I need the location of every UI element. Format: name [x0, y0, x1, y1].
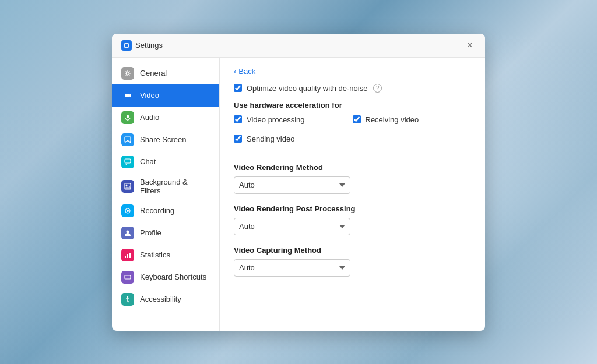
- receiving-video-checkbox[interactable]: [353, 115, 361, 123]
- dialog-body: GeneralVideoAudioShare ScreenChatBackgro…: [112, 58, 485, 331]
- app-icon: [121, 40, 132, 51]
- video-rendering-post-label: Video Rendering Post Processing: [234, 204, 471, 213]
- svg-point-12: [127, 210, 129, 212]
- video-capturing-method-label: Video Capturing Method: [234, 246, 471, 255]
- profile-icon: [121, 227, 134, 239]
- sidebar-item-chat[interactable]: Chat: [112, 151, 219, 173]
- sending-video-checkbox[interactable]: [234, 135, 242, 143]
- sidebar-item-label: Audio: [140, 113, 159, 122]
- svg-rect-18: [126, 277, 127, 277]
- sidebar-item-label: Chat: [140, 157, 156, 166]
- sidebar-item-accessibility[interactable]: Accessibility: [112, 288, 219, 310]
- video-rendering-method-section: Video Rendering Method Auto Direct3D 11 …: [234, 163, 471, 194]
- settings-dialog: Settings × GeneralVideoAudioShare Screen…: [112, 34, 485, 331]
- svg-rect-15: [127, 254, 128, 258]
- sidebar-item-label: Profile: [140, 228, 161, 237]
- svg-rect-21: [127, 278, 129, 278]
- video-capturing-method-section: Video Capturing Method Auto DirectShow M…: [234, 246, 471, 277]
- sidebar: GeneralVideoAudioShare ScreenChatBackgro…: [112, 58, 220, 331]
- optimize-checkbox[interactable]: [234, 84, 242, 92]
- svg-rect-16: [129, 253, 131, 258]
- bg-icon: [121, 180, 134, 193]
- recording-icon: [121, 204, 134, 217]
- video-rendering-method-label: Video Rendering Method: [234, 163, 471, 172]
- content-area: ‹ Back Optimize video quality with de-no…: [220, 58, 485, 331]
- sidebar-item-background-filters[interactable]: Background & Filters: [112, 173, 219, 200]
- sidebar-item-video[interactable]: Video: [112, 84, 219, 107]
- sidebar-item-label: Keyboard Shortcuts: [140, 273, 206, 281]
- svg-rect-5: [127, 115, 129, 118]
- dialog-title: Settings: [135, 41, 163, 50]
- sending-video-label: Sending video: [247, 135, 294, 143]
- back-chevron: ‹: [234, 67, 236, 76]
- hw-accel-title: Use hardware acceleration for: [234, 101, 471, 109]
- video-processing-checkbox[interactable]: [234, 115, 242, 123]
- svg-point-13: [127, 230, 129, 233]
- video-icon: [121, 89, 134, 102]
- svg-point-2: [127, 72, 129, 75]
- svg-rect-8: [125, 159, 131, 163]
- keyboard-icon: [121, 271, 134, 284]
- back-link[interactable]: ‹ Back: [234, 67, 471, 76]
- video-rendering-post-select[interactable]: Auto Enable Disable: [234, 218, 350, 235]
- svg-rect-3: [125, 94, 129, 97]
- video-rendering-post-section: Video Rendering Post Processing Auto Ena…: [234, 204, 471, 235]
- optimize-label: Optimize video quality with de-noise: [247, 84, 367, 93]
- audio-icon: [121, 111, 134, 124]
- svg-point-22: [127, 296, 128, 297]
- sidebar-item-keyboard-shortcuts[interactable]: Keyboard Shortcuts: [112, 266, 219, 288]
- video-capturing-method-select[interactable]: Auto DirectShow Media Foundation: [234, 259, 350, 277]
- sending-video-row: Sending video: [234, 135, 353, 143]
- stats-icon: [121, 249, 134, 261]
- svg-rect-7: [125, 137, 131, 142]
- video-processing-row: Video processing: [234, 115, 353, 124]
- sidebar-item-label: Recording: [140, 206, 174, 215]
- svg-rect-19: [127, 277, 128, 277]
- svg-rect-20: [129, 277, 130, 277]
- help-icon[interactable]: ?: [373, 84, 382, 93]
- accessibility-icon: [121, 293, 134, 306]
- svg-rect-14: [125, 256, 126, 258]
- video-processing-label: Video processing: [247, 115, 305, 124]
- receiving-video-row: Receiving video: [353, 115, 472, 124]
- sidebar-item-label: Statistics: [140, 250, 170, 259]
- title-bar: Settings ×: [112, 34, 485, 58]
- hw-accel-section: Use hardware acceleration for Video proc…: [234, 101, 471, 151]
- sidebar-item-label: Accessibility: [140, 295, 181, 303]
- sidebar-item-label: Share Screen: [140, 135, 187, 144]
- title-bar-left: Settings: [121, 40, 163, 51]
- optimize-checkbox-row: Optimize video quality with de-noise ?: [234, 84, 471, 93]
- sidebar-item-label: Background & Filters: [140, 178, 210, 195]
- chat-icon: [121, 156, 134, 168]
- gear-icon: [121, 67, 134, 80]
- svg-line-26: [128, 301, 129, 302]
- sidebar-item-general[interactable]: General: [112, 62, 219, 84]
- sidebar-item-statistics[interactable]: Statistics: [112, 244, 219, 266]
- sidebar-item-profile[interactable]: Profile: [112, 222, 219, 244]
- back-label: Back: [238, 67, 255, 76]
- close-button[interactable]: ×: [464, 40, 476, 51]
- sidebar-item-recording[interactable]: Recording: [112, 200, 219, 222]
- svg-marker-4: [129, 94, 131, 97]
- sidebar-item-audio[interactable]: Audio: [112, 107, 219, 129]
- sidebar-item-label: Video: [140, 91, 159, 100]
- sidebar-item-label: General: [140, 69, 167, 77]
- video-rendering-method-select[interactable]: Auto Direct3D 11 Direct3D 9 OpenGL: [234, 176, 350, 194]
- sidebar-item-share-screen[interactable]: Share Screen: [112, 129, 219, 151]
- svg-rect-1: [125, 44, 128, 47]
- hw-accel-grid: Video processing Receiving video Sending…: [234, 115, 471, 151]
- share-icon: [121, 133, 134, 146]
- svg-point-10: [126, 184, 128, 186]
- receiving-video-label: Receiving video: [366, 115, 419, 124]
